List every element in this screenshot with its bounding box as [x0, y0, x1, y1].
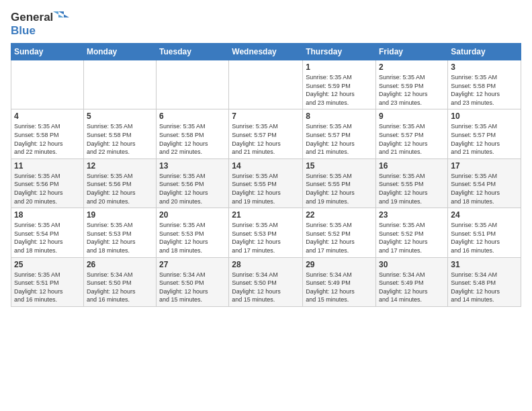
calendar-cell: 19Sunrise: 5:35 AM Sunset: 5:53 PM Dayli…: [83, 208, 156, 257]
day-info: Sunrise: 5:35 AM Sunset: 5:55 PM Dayligh…: [306, 172, 373, 205]
day-info: Sunrise: 5:35 AM Sunset: 5:51 PM Dayligh…: [14, 271, 81, 304]
calendar-cell: 15Sunrise: 5:35 AM Sunset: 5:55 PM Dayli…: [303, 158, 376, 208]
calendar-cell: 18Sunrise: 5:35 AM Sunset: 5:54 PM Dayli…: [11, 208, 84, 257]
header: General Blue: [11, 11, 521, 38]
logo-chevron-icon: [53, 11, 69, 24]
calendar-cell: [229, 60, 303, 109]
day-number: 26: [87, 260, 153, 269]
day-number: 18: [14, 210, 81, 220]
calendar-cell: 23Sunrise: 5:35 AM Sunset: 5:52 PM Dayli…: [376, 208, 448, 257]
calendar-cell: 17Sunrise: 5:35 AM Sunset: 5:54 PM Dayli…: [448, 158, 521, 208]
day-number: 23: [379, 210, 445, 220]
day-info: Sunrise: 5:35 AM Sunset: 5:55 PM Dayligh…: [379, 172, 445, 205]
day-number: 27: [159, 260, 226, 269]
calendar-header-tuesday: Tuesday: [157, 44, 229, 60]
day-number: 15: [306, 161, 373, 171]
calendar-cell: 8Sunrise: 5:35 AM Sunset: 5:57 PM Daylig…: [303, 109, 376, 158]
day-info: Sunrise: 5:34 AM Sunset: 5:50 PM Dayligh…: [159, 271, 226, 304]
logo: General Blue: [11, 11, 69, 38]
calendar-cell: 28Sunrise: 5:34 AM Sunset: 5:50 PM Dayli…: [229, 257, 303, 306]
logo-blue-text: Blue: [11, 24, 36, 38]
day-info: Sunrise: 5:35 AM Sunset: 5:58 PM Dayligh…: [14, 122, 81, 156]
day-info: Sunrise: 5:35 AM Sunset: 5:51 PM Dayligh…: [451, 221, 518, 255]
day-number: 1: [306, 62, 373, 72]
calendar-cell: [83, 60, 156, 109]
calendar-cell: 6Sunrise: 5:35 AM Sunset: 5:58 PM Daylig…: [157, 109, 229, 158]
day-number: 21: [232, 210, 300, 220]
day-info: Sunrise: 5:35 AM Sunset: 5:57 PM Dayligh…: [306, 122, 373, 156]
day-number: 4: [14, 111, 81, 121]
day-number: 30: [379, 260, 445, 269]
day-number: 19: [87, 210, 153, 220]
calendar-cell: 9Sunrise: 5:35 AM Sunset: 5:57 PM Daylig…: [376, 109, 448, 158]
calendar-week-3: 11Sunrise: 5:35 AM Sunset: 5:56 PM Dayli…: [11, 158, 521, 208]
day-number: 3: [451, 62, 518, 72]
calendar-week-2: 4Sunrise: 5:35 AM Sunset: 5:58 PM Daylig…: [11, 109, 521, 158]
day-number: 14: [232, 161, 300, 171]
day-number: 13: [159, 161, 226, 171]
calendar-header-wednesday: Wednesday: [229, 44, 303, 60]
day-number: 2: [379, 62, 445, 72]
day-number: 24: [451, 210, 518, 220]
calendar-cell: 22Sunrise: 5:35 AM Sunset: 5:52 PM Dayli…: [303, 208, 376, 257]
day-info: Sunrise: 5:35 AM Sunset: 5:52 PM Dayligh…: [379, 221, 445, 255]
day-number: 9: [379, 111, 445, 121]
day-number: 10: [451, 111, 518, 121]
calendar-cell: 5Sunrise: 5:35 AM Sunset: 5:58 PM Daylig…: [83, 109, 156, 158]
day-number: 5: [87, 111, 153, 121]
calendar-cell: 1Sunrise: 5:35 AM Sunset: 5:59 PM Daylig…: [303, 60, 376, 109]
calendar-header-saturday: Saturday: [448, 44, 521, 60]
day-number: 22: [306, 210, 373, 220]
day-number: 12: [87, 161, 153, 171]
calendar-table: SundayMondayTuesdayWednesdayThursdayFrid…: [11, 43, 521, 307]
day-info: Sunrise: 5:35 AM Sunset: 5:59 PM Dayligh…: [379, 73, 445, 107]
day-number: 17: [451, 161, 518, 171]
day-info: Sunrise: 5:35 AM Sunset: 5:57 PM Dayligh…: [379, 122, 445, 156]
calendar-cell: 10Sunrise: 5:35 AM Sunset: 5:57 PM Dayli…: [448, 109, 521, 158]
day-info: Sunrise: 5:35 AM Sunset: 5:56 PM Dayligh…: [87, 172, 153, 205]
day-info: Sunrise: 5:35 AM Sunset: 5:56 PM Dayligh…: [159, 172, 226, 205]
calendar-week-4: 18Sunrise: 5:35 AM Sunset: 5:54 PM Dayli…: [11, 208, 521, 257]
day-number: 6: [159, 111, 226, 121]
calendar-header-thursday: Thursday: [303, 44, 376, 60]
day-number: 25: [14, 260, 81, 269]
day-number: 28: [232, 260, 300, 269]
day-info: Sunrise: 5:35 AM Sunset: 5:54 PM Dayligh…: [451, 172, 518, 205]
calendar-cell: 3Sunrise: 5:35 AM Sunset: 5:58 PM Daylig…: [448, 60, 521, 109]
calendar-cell: [11, 60, 84, 109]
day-info: Sunrise: 5:35 AM Sunset: 5:57 PM Dayligh…: [232, 122, 300, 156]
day-info: Sunrise: 5:35 AM Sunset: 5:53 PM Dayligh…: [159, 221, 226, 255]
day-info: Sunrise: 5:35 AM Sunset: 5:55 PM Dayligh…: [232, 172, 300, 205]
calendar-cell: 27Sunrise: 5:34 AM Sunset: 5:50 PM Dayli…: [157, 257, 229, 306]
day-number: 7: [232, 111, 300, 121]
calendar-cell: 13Sunrise: 5:35 AM Sunset: 5:56 PM Dayli…: [157, 158, 229, 208]
calendar-cell: 21Sunrise: 5:35 AM Sunset: 5:53 PM Dayli…: [229, 208, 303, 257]
calendar-cell: 14Sunrise: 5:35 AM Sunset: 5:55 PM Dayli…: [229, 158, 303, 208]
calendar-cell: 29Sunrise: 5:34 AM Sunset: 5:49 PM Dayli…: [303, 257, 376, 306]
day-number: 31: [451, 260, 518, 269]
day-info: Sunrise: 5:35 AM Sunset: 5:53 PM Dayligh…: [87, 221, 153, 255]
calendar-week-5: 25Sunrise: 5:35 AM Sunset: 5:51 PM Dayli…: [11, 257, 521, 306]
calendar-header-friday: Friday: [376, 44, 448, 60]
day-info: Sunrise: 5:35 AM Sunset: 5:52 PM Dayligh…: [306, 221, 373, 255]
calendar-cell: 30Sunrise: 5:34 AM Sunset: 5:49 PM Dayli…: [376, 257, 448, 306]
day-number: 8: [306, 111, 373, 121]
day-info: Sunrise: 5:34 AM Sunset: 5:50 PM Dayligh…: [232, 271, 300, 304]
day-info: Sunrise: 5:35 AM Sunset: 5:58 PM Dayligh…: [451, 73, 518, 107]
calendar-cell: 25Sunrise: 5:35 AM Sunset: 5:51 PM Dayli…: [11, 257, 84, 306]
calendar-header-row: SundayMondayTuesdayWednesdayThursdayFrid…: [11, 44, 521, 60]
day-info: Sunrise: 5:35 AM Sunset: 5:53 PM Dayligh…: [232, 221, 300, 255]
day-info: Sunrise: 5:34 AM Sunset: 5:50 PM Dayligh…: [87, 271, 153, 304]
day-info: Sunrise: 5:34 AM Sunset: 5:48 PM Dayligh…: [451, 271, 518, 304]
logo-general-text: General: [11, 11, 53, 24]
calendar-cell: 31Sunrise: 5:34 AM Sunset: 5:48 PM Dayli…: [448, 257, 521, 306]
calendar-cell: [157, 60, 229, 109]
calendar-header-monday: Monday: [83, 44, 156, 60]
calendar-cell: 26Sunrise: 5:34 AM Sunset: 5:50 PM Dayli…: [83, 257, 156, 306]
day-info: Sunrise: 5:34 AM Sunset: 5:49 PM Dayligh…: [306, 271, 373, 304]
day-info: Sunrise: 5:35 AM Sunset: 5:57 PM Dayligh…: [451, 122, 518, 156]
day-number: 20: [159, 210, 226, 220]
day-number: 29: [306, 260, 373, 269]
calendar-cell: 24Sunrise: 5:35 AM Sunset: 5:51 PM Dayli…: [448, 208, 521, 257]
day-number: 11: [14, 161, 81, 171]
